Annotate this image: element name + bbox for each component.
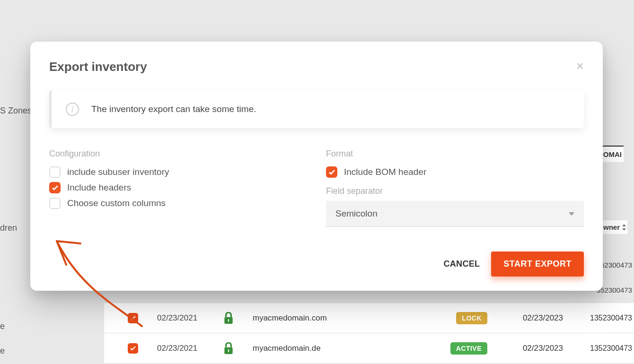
include-headers-checkbox[interactable] <box>49 182 61 193</box>
include-subuser-label: include subuser inventory <box>67 167 169 177</box>
field-separator-select[interactable]: Semicolon <box>326 201 584 227</box>
close-icon[interactable]: × <box>576 60 584 73</box>
section-label-configuration: Configuration <box>49 149 307 159</box>
modal-title: Export inventory <box>49 60 147 74</box>
include-bom-checkbox[interactable] <box>326 166 337 178</box>
cancel-button[interactable]: CANCEL <box>444 259 480 269</box>
format-section: Format Include BOM header Field separato… <box>326 149 584 227</box>
info-text: The inventory export can take some time. <box>91 104 256 114</box>
field-separator-label: Field separator <box>326 186 584 196</box>
field-separator-value: Semicolon <box>335 208 378 219</box>
custom-columns-label: Choose custom columns <box>67 198 166 208</box>
start-export-button[interactable]: START EXPORT <box>491 251 584 277</box>
info-icon: i <box>66 103 79 116</box>
export-inventory-modal: Export inventory × i The inventory expor… <box>30 42 603 291</box>
info-banner: i The inventory export can take some tim… <box>49 90 584 128</box>
include-bom-label: Include BOM header <box>344 167 426 177</box>
custom-columns-checkbox[interactable] <box>49 198 61 209</box>
chevron-down-icon <box>569 212 574 216</box>
include-subuser-checkbox[interactable] <box>49 166 61 178</box>
include-headers-label: Include headers <box>67 182 131 193</box>
section-label-format: Format <box>326 149 584 159</box>
configuration-section: Configuration include subuser inventory … <box>49 149 307 227</box>
